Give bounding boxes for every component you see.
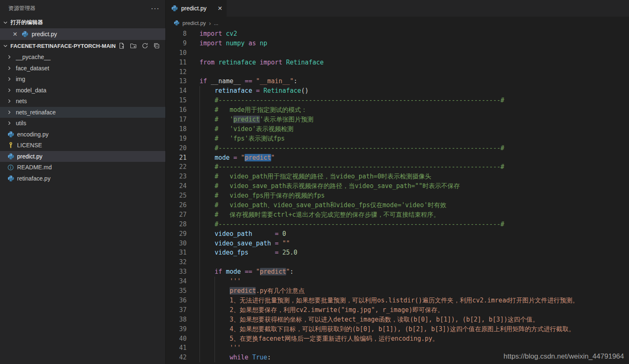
code-text: video_save_path = "" [200, 239, 290, 248]
line-number: 21 [166, 153, 187, 163]
chevron-down-icon [2, 42, 9, 49]
code-text: #---------------------------------------… [200, 96, 504, 105]
code-line-34[interactable]: 34 ''' [166, 277, 629, 286]
refresh-icon[interactable] [141, 42, 149, 50]
code-text: # 保存视频时需要ctrl+c退出才会完成完整的保存步骤，不可直接结束程序。 [200, 210, 439, 220]
code-text: 4、如果想要截取下目标，可以利用获取到的(b[0], b[1]), (b[2],… [200, 324, 575, 334]
chevron-right-icon [7, 121, 12, 126]
breadcrumb-more[interactable]: ... [214, 20, 218, 26]
chevron-right-icon [7, 110, 12, 115]
code-line-21[interactable]: 21 mode = "predict" [166, 153, 629, 163]
line-number: 31 [166, 248, 187, 258]
code-line-40[interactable]: 40 5、在更换facenet网络后一定要重新进行人脸编码，运行encoding… [166, 334, 629, 344]
code-text: ''' [200, 277, 241, 286]
tree-file-README.md[interactable]: README.md [0, 162, 165, 173]
tab-bar: predict.py ✕ [166, 0, 629, 17]
line-number: 36 [166, 296, 187, 305]
code-text: # mode用于指定测试的模式： [200, 105, 307, 115]
code-line-18[interactable]: 18 # 'video'表示视频检测 [166, 124, 629, 134]
code-text: 1、无法进行批量预测，如果想要批量预测，可以利用os.listdir()遍历文件… [200, 296, 579, 305]
indent-guide [200, 258, 200, 267]
line-number: 30 [166, 239, 187, 248]
tree-folder-utils[interactable]: utils [0, 118, 165, 129]
code-line-12[interactable]: 12 [166, 67, 629, 77]
code-line-20[interactable]: 20 #------------------------------------… [166, 144, 629, 153]
code-text: 2、如果想要保存，利用cv2.imwrite("img.jpg", r_imag… [200, 305, 444, 315]
code-line-41[interactable]: 41 ''' [166, 343, 629, 353]
line-number: 9 [166, 39, 187, 48]
code-text: import numpy as np [200, 39, 267, 48]
code-line-37[interactable]: 37 2、如果想要保存，利用cv2.imwrite("img.jpg", r_i… [166, 305, 629, 315]
code-line-24[interactable]: 24 # video_save_path表示视频保存的路径，当video_sav… [166, 181, 629, 191]
tab-predict-py[interactable]: predict.py ✕ [166, 0, 227, 17]
code-line-9[interactable]: 9import numpy as np [166, 39, 629, 48]
tree-file-LICENSE[interactable]: LICENSE [0, 140, 165, 151]
tree-folder-__pycache__[interactable]: __pycache__ [0, 52, 165, 63]
python-icon [174, 20, 180, 26]
code-text: while True: [200, 353, 271, 362]
code-line-35[interactable]: 35 predict.py有几个注意点 [166, 286, 629, 296]
code-line-27[interactable]: 27 # 保存视频时需要ctrl+c退出才会完成完整的保存步骤，不可直接结束程序… [166, 210, 629, 220]
line-number: 29 [166, 229, 187, 239]
code-editor[interactable]: 8import cv29import numpy as np1011from r… [166, 29, 629, 364]
tree-folder-nets[interactable]: nets [0, 96, 165, 107]
watermark-url: https://blog.csdn.net/weixin_44791964 [504, 352, 624, 361]
line-number: 25 [166, 191, 187, 201]
tree-folder-img[interactable]: img [0, 74, 165, 85]
python-icon [7, 175, 14, 182]
file-name: README.md [17, 164, 52, 171]
open-editors-section-header[interactable]: 打开的编辑器 [0, 17, 165, 28]
open-editor-item-predict.py[interactable]: ✕predict.py [0, 28, 165, 40]
tree-file-retinaface.py[interactable]: retinaface.py [0, 173, 165, 184]
code-line-19[interactable]: 19 # 'fps'表示测试fps [166, 134, 629, 144]
code-line-31[interactable]: 31 video_fps = 25.0 [166, 248, 629, 258]
python-icon [7, 131, 14, 138]
code-line-17[interactable]: 17 # 'predict'表示单张图片预测 [166, 115, 629, 124]
folder-name: img [16, 76, 25, 82]
tree-folder-nets_retinaface[interactable]: nets_retinaface [0, 107, 165, 118]
breadcrumb-file[interactable]: predict.py [182, 20, 206, 26]
tree-file-predict.py[interactable]: predict.py [0, 151, 165, 162]
code-line-10[interactable]: 10 [166, 48, 629, 58]
collapse-all-icon[interactable] [153, 42, 160, 50]
code-line-13[interactable]: 13if __name__ == "__main__": [166, 77, 629, 86]
explorer-title: 资源管理器 [8, 5, 35, 12]
code-line-25[interactable]: 25 # video_fps用于保存的视频的fps [166, 191, 629, 201]
project-section-header[interactable]: FACENET-RETINAFACE-PYTORCH-MAIN [0, 40, 165, 52]
breadcrumb[interactable]: predict.py › ... [166, 17, 629, 29]
code-line-32[interactable]: 32 [166, 258, 629, 267]
code-line-36[interactable]: 36 1、无法进行批量预测，如果想要批量预测，可以利用os.listdir()遍… [166, 296, 629, 305]
tree-file-encoding.py[interactable]: encoding.py [0, 129, 165, 140]
code-line-29[interactable]: 29 video_path = 0 [166, 229, 629, 239]
line-number: 42 [166, 353, 187, 362]
more-actions-icon[interactable]: ··· [151, 6, 160, 10]
tree-folder-face_dataset[interactable]: face_dataset [0, 63, 165, 74]
code-line-11[interactable]: 11from retinaface import Retinaface [166, 58, 629, 67]
line-number: 34 [166, 277, 187, 286]
new-folder-icon[interactable] [130, 42, 137, 50]
code-line-26[interactable]: 26 # video_path、video_save_path和video_fp… [166, 201, 629, 210]
code-text: #---------------------------------------… [200, 144, 504, 153]
code-line-39[interactable]: 39 4、如果想要截取下目标，可以利用获取到的(b[0], b[1]), (b[… [166, 324, 629, 334]
chevron-right-icon [7, 77, 12, 82]
close-icon[interactable]: ✕ [12, 31, 18, 37]
close-icon[interactable]: ✕ [217, 5, 222, 12]
code-line-30[interactable]: 30 video_save_path = "" [166, 239, 629, 248]
line-number: 19 [166, 134, 187, 144]
code-line-23[interactable]: 23 # video_path用于指定视频的路径，当video_path=0时表… [166, 172, 629, 181]
code-line-33[interactable]: 33 if mode == "predict": [166, 267, 629, 277]
folder-name: nets [16, 98, 27, 104]
chevron-right-icon: › [209, 20, 211, 27]
code-line-8[interactable]: 8import cv2 [166, 29, 629, 39]
tree-folder-model_data[interactable]: model_data [0, 85, 165, 96]
code-text: if __name__ == "__main__": [200, 77, 297, 86]
line-number: 11 [166, 58, 187, 67]
code-line-16[interactable]: 16 # mode用于指定测试的模式： [166, 105, 629, 115]
new-file-icon[interactable] [118, 42, 125, 50]
code-line-22[interactable]: 22 #------------------------------------… [166, 162, 629, 172]
code-line-38[interactable]: 38 3、如果想要获得框的坐标，可以进入detect_image函数，读取(b[… [166, 315, 629, 324]
code-line-15[interactable]: 15 #------------------------------------… [166, 96, 629, 105]
code-line-28[interactable]: 28 #------------------------------------… [166, 220, 629, 229]
code-line-14[interactable]: 14 retinaface = Retinaface() [166, 86, 629, 96]
folder-name: utils [16, 120, 26, 126]
